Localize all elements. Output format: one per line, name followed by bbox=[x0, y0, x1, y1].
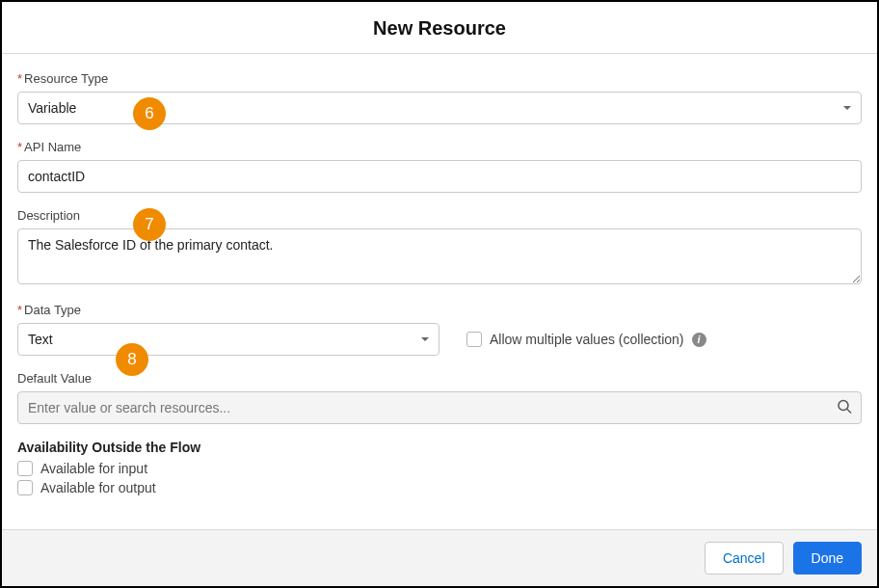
available-for-output-row: Available for output bbox=[17, 480, 862, 495]
info-icon[interactable]: i bbox=[692, 333, 706, 347]
svg-point-0 bbox=[839, 401, 848, 411]
modal-body: Resource Type Variable API Name Descript… bbox=[2, 54, 877, 511]
api-name-label: API Name bbox=[17, 140, 862, 154]
cancel-button[interactable]: Cancel bbox=[705, 542, 784, 575]
search-icon bbox=[837, 399, 852, 417]
allow-multiple-row: Allow multiple values (collection) i bbox=[466, 332, 706, 347]
modal-title: New Resource bbox=[2, 17, 877, 40]
callout-8: 8 bbox=[116, 343, 148, 376]
resource-type-label: Resource Type bbox=[17, 71, 862, 86]
api-name-input[interactable] bbox=[17, 160, 862, 193]
data-type-value: Text bbox=[17, 323, 440, 356]
allow-multiple-checkbox[interactable] bbox=[466, 332, 482, 347]
data-type-label: Data Type bbox=[17, 303, 862, 317]
allow-multiple-label: Allow multiple values (collection) bbox=[490, 332, 684, 347]
field-default-value: Default Value bbox=[17, 371, 862, 424]
default-value-label: Default Value bbox=[17, 371, 862, 386]
available-for-input-row: Available for input bbox=[17, 461, 862, 476]
available-for-output-checkbox[interactable] bbox=[17, 480, 33, 495]
default-value-input[interactable] bbox=[17, 391, 862, 424]
svg-line-1 bbox=[847, 410, 851, 414]
modal-header: New Resource bbox=[2, 2, 877, 54]
callout-6: 6 bbox=[133, 97, 166, 130]
modal-footer: Cancel Done bbox=[2, 529, 877, 586]
available-for-output-label: Available for output bbox=[40, 480, 156, 495]
availability-title: Availability Outside the Flow bbox=[17, 440, 862, 455]
field-api-name: API Name bbox=[17, 140, 862, 193]
callout-7: 7 bbox=[133, 208, 166, 241]
available-for-input-checkbox[interactable] bbox=[17, 461, 33, 476]
data-type-select[interactable]: Text bbox=[17, 323, 440, 356]
available-for-input-label: Available for input bbox=[40, 461, 147, 476]
availability-list: Available for input Available for output bbox=[17, 461, 862, 495]
done-button[interactable]: Done bbox=[793, 542, 862, 575]
